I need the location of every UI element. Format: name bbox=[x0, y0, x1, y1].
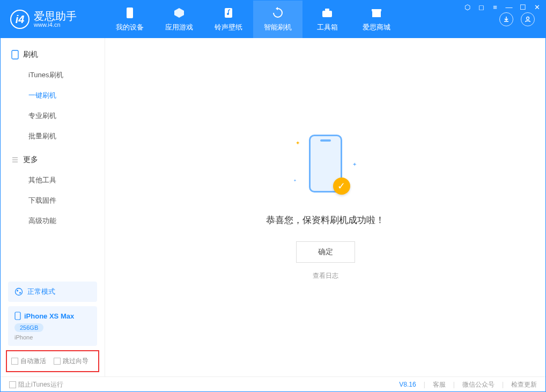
sidebar-item-other-tools[interactable]: 其他工具 bbox=[1, 170, 105, 190]
logo-icon: i4 bbox=[10, 10, 29, 29]
app-url: www.i4.cn bbox=[34, 21, 77, 28]
close-button[interactable]: ✕ bbox=[532, 2, 542, 12]
nav-ringtones[interactable]: 铃声壁纸 bbox=[204, 1, 253, 38]
sidebar-item-pro-flash[interactable]: 专业刷机 bbox=[1, 106, 105, 126]
svg-rect-10 bbox=[15, 312, 20, 320]
footer: 阻止iTunes运行 V8.16 | 客服 | 微信公众号 | 检查更新 bbox=[1, 376, 545, 392]
store-icon bbox=[370, 6, 383, 19]
view-log-link[interactable]: 查看日志 bbox=[313, 271, 338, 280]
svg-point-5 bbox=[527, 17, 529, 20]
music-icon bbox=[222, 6, 235, 19]
block-itunes-checkbox[interactable]: 阻止iTunes运行 bbox=[9, 380, 63, 389]
device-phone-icon bbox=[14, 312, 21, 320]
storage-badge: 256GB bbox=[14, 323, 43, 332]
svg-rect-0 bbox=[127, 8, 133, 18]
options-row: 自动激活 跳过向导 bbox=[6, 350, 99, 372]
auto-activate-checkbox[interactable]: 自动激活 bbox=[11, 357, 46, 366]
version-label: V8.16 bbox=[399, 381, 416, 388]
sidebar-item-advanced[interactable]: 高级功能 bbox=[1, 211, 105, 231]
maximize-button[interactable]: ☐ bbox=[518, 2, 528, 12]
refresh-icon bbox=[271, 6, 284, 19]
lock-icon[interactable]: ◻ bbox=[476, 2, 486, 12]
mode-indicator[interactable]: 正常模式 bbox=[8, 282, 97, 302]
top-nav: 我的设备 应用游戏 铃声壁纸 智能刷机 工具箱 爱思商城 bbox=[105, 1, 499, 38]
svg-point-7 bbox=[16, 289, 23, 295]
app-logo: i4 爱思助手 www.i4.cn bbox=[1, 10, 105, 29]
sidebar: 刷机 iTunes刷机 一键刷机 专业刷机 批量刷机 更多 其他工具 下载固件 … bbox=[1, 38, 105, 376]
sidebar-item-oneclick-flash[interactable]: 一键刷机 bbox=[1, 85, 105, 106]
sidebar-item-batch-flash[interactable]: 批量刷机 bbox=[1, 126, 105, 146]
header-actions bbox=[499, 12, 545, 26]
sidebar-item-itunes-flash[interactable]: iTunes刷机 bbox=[1, 65, 105, 85]
nav-apps[interactable]: 应用游戏 bbox=[154, 1, 204, 38]
support-link[interactable]: 客服 bbox=[433, 380, 446, 389]
minimize-button[interactable]: — bbox=[504, 2, 514, 12]
svg-rect-4 bbox=[325, 9, 329, 11]
main-content: ✦ ✦ ✦ ✓ 恭喜您，保资料刷机成功啦！ 确定 查看日志 bbox=[105, 38, 545, 376]
nav-toolbox[interactable]: 工具箱 bbox=[302, 1, 352, 38]
ok-button[interactable]: 确定 bbox=[296, 241, 355, 263]
cube-icon bbox=[173, 6, 186, 19]
phone-icon bbox=[11, 50, 19, 60]
svg-rect-6 bbox=[12, 50, 18, 59]
device-icon bbox=[123, 6, 136, 19]
mode-icon bbox=[14, 287, 23, 296]
titlebar: i4 爱思助手 www.i4.cn 我的设备 应用游戏 铃声壁纸 智能刷机 工具… bbox=[1, 1, 545, 38]
check-icon: ✓ bbox=[333, 177, 350, 195]
sidebar-section-flash[interactable]: 刷机 bbox=[1, 45, 105, 65]
svg-rect-3 bbox=[322, 11, 332, 17]
nav-store[interactable]: 爱思商城 bbox=[352, 1, 401, 38]
nav-my-device[interactable]: 我的设备 bbox=[105, 1, 154, 38]
window-controls: ⬡ ◻ ≡ — ☐ ✕ bbox=[462, 2, 542, 12]
user-icon[interactable] bbox=[521, 12, 535, 26]
list-icon bbox=[11, 156, 19, 164]
download-icon[interactable] bbox=[499, 12, 513, 26]
svg-point-2 bbox=[227, 13, 229, 15]
device-panel[interactable]: iPhone XS Max 256GB iPhone bbox=[8, 306, 97, 346]
svg-point-8 bbox=[17, 290, 18, 292]
toolbox-icon bbox=[321, 6, 334, 19]
check-update-link[interactable]: 检查更新 bbox=[511, 380, 537, 389]
skip-guide-checkbox[interactable]: 跳过向导 bbox=[54, 357, 88, 366]
success-illustration: ✦ ✦ ✦ ✓ bbox=[299, 135, 352, 199]
success-message: 恭喜您，保资料刷机成功啦！ bbox=[266, 214, 385, 226]
menu-icon[interactable]: ≡ bbox=[490, 2, 500, 12]
wechat-link[interactable]: 微信公众号 bbox=[462, 380, 495, 389]
shirt-icon[interactable]: ⬡ bbox=[462, 2, 472, 12]
nav-flash[interactable]: 智能刷机 bbox=[253, 1, 302, 38]
sidebar-item-download-firmware[interactable]: 下载固件 bbox=[1, 190, 105, 211]
device-type: iPhone bbox=[14, 334, 91, 341]
sidebar-section-more[interactable]: 更多 bbox=[1, 150, 105, 170]
app-name: 爱思助手 bbox=[34, 11, 77, 21]
svg-point-9 bbox=[19, 292, 21, 294]
